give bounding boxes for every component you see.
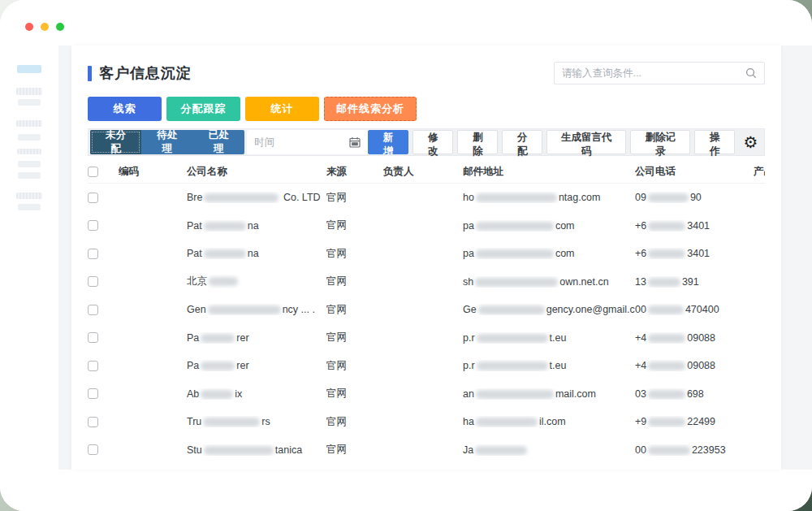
table-actions: 新增 修改 删除 分配 生成留言代码 删除记录 操作 ⚙: [368, 130, 762, 154]
row-checkbox[interactable]: [88, 444, 98, 455]
col-header-code: 编码: [119, 165, 187, 179]
cell-company: 北京: [187, 275, 326, 288]
select-all-checkbox[interactable]: [88, 167, 98, 177]
cell-company: Parer: [187, 332, 326, 344]
cell-email: Ja: [463, 444, 635, 456]
cell-source: 官网: [326, 275, 383, 288]
tab-pending[interactable]: 待处理: [141, 130, 192, 154]
sidebar-item[interactable]: [18, 204, 41, 210]
col-header-product: 产品名称: [732, 165, 765, 179]
sidebar-item[interactable]: [16, 88, 42, 95]
cell-company: Trurs: [187, 416, 326, 427]
assign-track-button[interactable]: 分配跟踪: [166, 97, 240, 121]
table-header-row: 编码 公司名称 来源 负责人 邮件地址 公司电话 产品名称: [88, 161, 765, 184]
redacted-text: [204, 249, 246, 258]
redacted-text: [476, 222, 554, 231]
cell-phone: +63401: [635, 248, 732, 259]
row-checkbox[interactable]: [88, 305, 98, 315]
edit-button[interactable]: 修改: [412, 130, 453, 154]
redacted-text: [648, 278, 680, 287]
redacted-text: [203, 418, 260, 427]
leads-button[interactable]: 线索: [88, 97, 162, 121]
redacted-text: [208, 305, 281, 314]
statistics-button[interactable]: 统计: [245, 97, 319, 121]
cell-source: 官网: [326, 359, 383, 373]
customer-table: 编码 公司名称 来源 负责人 邮件地址 公司电话 产品名称 Bre Co. LT…: [88, 161, 765, 464]
sidebar-item[interactable]: [16, 120, 42, 127]
col-header-company: 公司名称: [187, 165, 326, 179]
sidebar-item[interactable]: [18, 161, 41, 167]
table-body: Bre Co. LTD官网hontag.com0990Patna官网pacom+…: [88, 184, 765, 464]
redacted-text: [648, 362, 685, 370]
row-checkbox[interactable]: [88, 249, 98, 259]
cell-company: Stutanica: [187, 444, 326, 456]
redacted-text: [475, 446, 527, 455]
table-row: Genncy ... .官网Gegency.one@gmail.com00470…: [88, 296, 765, 324]
redacted-text: [201, 362, 235, 370]
table-row: Trurs官网hail.com+922499: [88, 408, 765, 436]
redacted-text: [648, 222, 685, 231]
page-title: 客户信息沉淀: [88, 63, 192, 83]
sidebar-item[interactable]: [16, 193, 42, 199]
minimize-window-button[interactable]: [41, 23, 49, 31]
redacted-text: [201, 334, 235, 343]
main-content: 客户信息沉淀 线索 分配跟踪: [58, 45, 812, 511]
cell-email: pacom: [463, 248, 635, 259]
row-checkbox[interactable]: [88, 417, 98, 427]
cell-email: hail.com: [463, 416, 635, 427]
search-input[interactable]: [562, 67, 745, 79]
email-lead-analysis-button[interactable]: 邮件线索分析: [324, 97, 417, 121]
customer-info-card: 客户信息沉淀 线索 分配跟踪: [71, 45, 781, 470]
redacted-text: [475, 278, 558, 287]
cell-email: hontag.com: [463, 192, 635, 203]
delete-button[interactable]: 删除: [457, 130, 498, 154]
redacted-text: [209, 277, 238, 286]
row-checkbox[interactable]: [88, 361, 98, 371]
redacted-text: [478, 305, 545, 314]
delete-record-button[interactable]: 删除记录: [630, 130, 690, 154]
search-icon[interactable]: [745, 67, 757, 79]
close-window-button[interactable]: [25, 23, 33, 31]
search-box[interactable]: [554, 62, 765, 84]
row-checkbox[interactable]: [88, 276, 98, 287]
cell-source: 官网: [326, 443, 383, 457]
table-row: Bre Co. LTD官网hontag.com0990: [88, 184, 765, 212]
assign-button[interactable]: 分配: [502, 130, 542, 154]
redacted-text: [648, 446, 690, 455]
sidebar-item[interactable]: [18, 172, 41, 179]
cell-email: shown.net.cn: [463, 276, 635, 288]
cell-source: 官网: [326, 247, 383, 261]
operation-button[interactable]: 操作: [694, 130, 735, 154]
cell-phone: 0990: [635, 192, 732, 203]
zoom-window-button[interactable]: [56, 23, 64, 31]
cell-company: Patna: [187, 248, 326, 259]
generate-message-code-button[interactable]: 生成留言代码: [546, 130, 626, 154]
redacted-text: [477, 334, 548, 343]
cell-email: pacom: [463, 220, 635, 232]
cell-phone: +922499: [635, 416, 732, 427]
row-checkbox[interactable]: [88, 332, 98, 343]
calendar-icon: [349, 136, 361, 148]
cell-source: 官网: [326, 303, 383, 317]
redacted-text: [476, 249, 554, 258]
row-checkbox[interactable]: [88, 220, 98, 231]
cell-email: anmail.com: [463, 388, 635, 400]
tab-processed[interactable]: 已处理: [193, 130, 244, 154]
cell-email: Gegency.one@gmail.com: [463, 304, 635, 315]
row-checkbox[interactable]: [88, 388, 98, 399]
add-button[interactable]: 新增: [368, 130, 408, 154]
cell-company: Genncy ... .: [187, 304, 326, 315]
cell-company: Abix: [187, 388, 326, 400]
tab-unassigned[interactable]: 未分配: [90, 130, 141, 154]
sidebar-item[interactable]: [18, 99, 41, 106]
sidebar-item[interactable]: [18, 134, 41, 141]
row-checkbox[interactable]: [88, 193, 98, 203]
date-filter-input[interactable]: 时间: [247, 130, 368, 154]
sidebar-item[interactable]: [17, 149, 41, 154]
sidebar-item-active[interactable]: [17, 65, 41, 73]
cell-phone: 00223953: [635, 444, 732, 456]
gear-icon[interactable]: ⚙: [739, 130, 762, 154]
cell-source: 官网: [326, 331, 383, 344]
cell-source: 官网: [326, 191, 383, 205]
cell-phone: 13391: [635, 276, 732, 288]
